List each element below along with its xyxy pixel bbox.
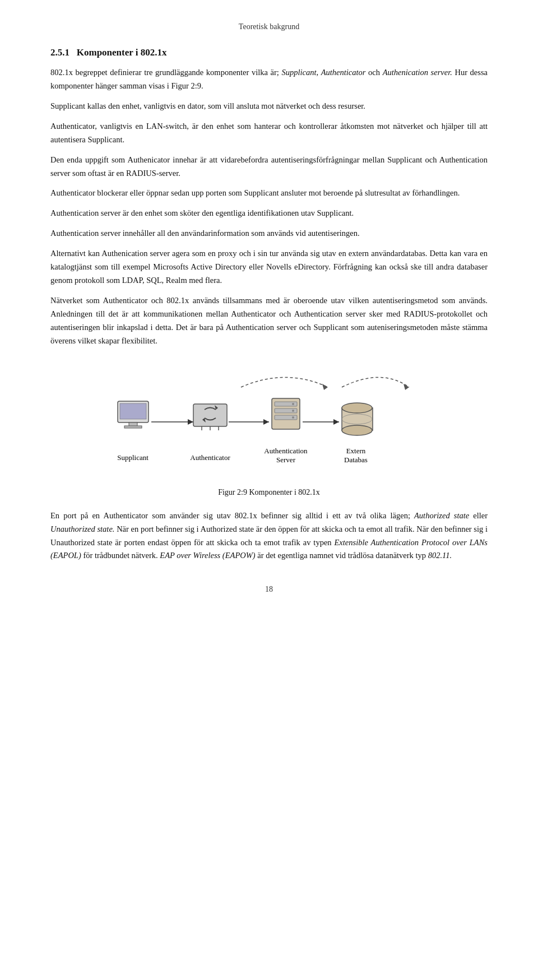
paragraph-6: Authentication server är den enhet som s… (50, 207, 488, 220)
svg-point-15 (292, 410, 294, 412)
arrow-as-ed-head (333, 419, 339, 425)
curved-arrow-2 (342, 377, 409, 387)
page: Teoretisk bakgrund 2.5.1 Komponenter i 8… (0, 0, 538, 980)
svg-point-16 (292, 416, 294, 419)
authenticator-icon (193, 404, 227, 430)
svg-point-18 (342, 403, 372, 413)
paragraph-2: Supplicant kallas den enhet, vanligtvis … (50, 100, 488, 113)
post-diagram-paragraph-1: En port på en Authenticator som använder… (50, 509, 488, 563)
supplicant-label: Supplicant (117, 453, 149, 462)
authenticator-label: Authenticator (190, 453, 230, 462)
diagram-container: Supplicant Authenticator Authentication … (50, 365, 488, 482)
page-number: 18 (50, 585, 488, 594)
figure-caption-text: Figur 2:9 Komponenter i 802.1x (218, 488, 320, 496)
section-heading: 2.5.1 Komponenter i 802.1x (50, 47, 488, 58)
extern-db-label-line2: Databas (344, 456, 368, 464)
svg-point-19 (342, 425, 372, 435)
section-number: 2.5.1 (50, 47, 69, 58)
paragraph-7: Authentication server innehåller all den… (50, 227, 488, 240)
extern-db-label-line1: Extern (346, 447, 366, 455)
arrow-s-a-head (188, 419, 193, 425)
svg-point-14 (292, 403, 294, 405)
paragraph-8: Alternativt kan Authenication server age… (50, 247, 488, 287)
diagram-svg: Supplicant Authenticator Authentication … (84, 365, 454, 482)
section-title: Komponenter i 802.1x (77, 47, 167, 58)
extern-db-icon (342, 403, 373, 435)
paragraph-3: Authenticator, vanligtvis en LAN-switch,… (50, 120, 488, 147)
paragraph-9: Nätverket som Authenticator och 802.1x a… (50, 294, 488, 348)
svg-rect-1 (120, 403, 146, 419)
supplicant-icon (118, 401, 149, 428)
arrow-head-curve-1 (322, 384, 328, 390)
header-title: Teoretisk bakgrund (239, 22, 299, 31)
figure-caption: Figur 2:9 Komponenter i 802.1x (50, 488, 488, 497)
page-header: Teoretisk bakgrund (50, 22, 488, 31)
paragraph-5: Authenticator blockerar eller öppnar sed… (50, 187, 488, 200)
paragraph-4: Den enda uppgift som Authenicator inneha… (50, 154, 488, 180)
auth-server-label-line1: Authentication (264, 447, 308, 455)
curved-arrow-1 (241, 377, 328, 387)
auth-server-label-line2: Server (276, 456, 296, 464)
arrow-head-curve-2 (404, 384, 409, 390)
arrow-a-as-head (263, 419, 269, 425)
auth-server-icon (272, 398, 300, 429)
paragraph-1: 802.1x begreppet definierar tre grundläg… (50, 66, 488, 93)
svg-rect-3 (124, 426, 142, 428)
